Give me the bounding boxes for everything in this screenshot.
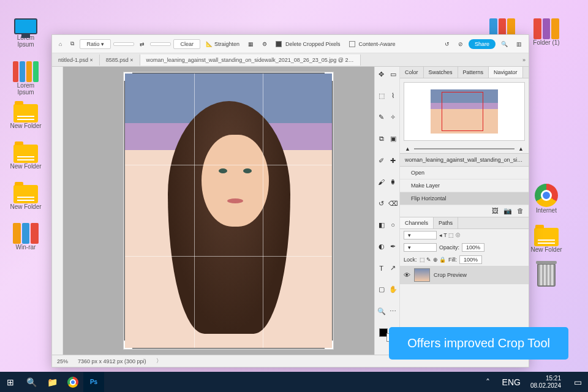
crop-handle-tl[interactable] [124, 72, 132, 81]
tab-doc-1[interactable]: ntitled-1.psd × [52, 55, 100, 66]
tool-gradient-icon[interactable]: ◧ [376, 220, 386, 230]
tool-frame-icon[interactable]: ▣ [388, 134, 398, 144]
tray-lang[interactable]: ENG [499, 372, 524, 392]
tool-heal-icon[interactable]: ✚ [388, 156, 398, 166]
desktop-icon-folder-2[interactable]: New Folder [9, 142, 43, 170]
layer-row[interactable]: 👁 Crop Preview [400, 266, 529, 284]
tray-clock[interactable]: 15:21 08.02.2024 [524, 375, 567, 390]
desktop-icon-folder-3[interactable]: New Folder [9, 183, 43, 210]
content-aware-checkbox[interactable]: Content-Aware [346, 39, 399, 49]
history-step-makelayer[interactable]: Make Layer [400, 179, 529, 192]
trash-icon[interactable]: 🗑 [517, 207, 524, 215]
desktop-icon-winrar[interactable]: Win-rar [9, 223, 43, 251]
crop-handle-bl[interactable] [124, 341, 132, 349]
tool-pen-icon[interactable]: ✒ [388, 241, 398, 252]
snapshot-icon[interactable]: 🖼 [492, 207, 499, 215]
tool-dodge-icon[interactable]: ◐ [376, 241, 386, 252]
clear-button[interactable]: Clear [173, 39, 200, 49]
tool-quicksel-icon[interactable]: ✎ [376, 112, 386, 123]
fill-input[interactable]: 100% [459, 255, 482, 264]
blend-mode-select[interactable]: ▾ [404, 231, 437, 239]
share-button[interactable]: Share [469, 39, 496, 49]
tool-hand-icon[interactable]: ✋ [388, 284, 398, 295]
desktop-icon-binders-2[interactable]: Folder (1) [529, 18, 564, 46]
tool-artboard-icon[interactable]: ▭ [388, 69, 398, 80]
tab-navigator[interactable]: Navigator [489, 67, 523, 78]
desktop: Lorem Ipsum Lorem Ipsum New Folder New F… [0, 0, 588, 392]
tool-shape-icon[interactable]: ▢ [376, 284, 386, 295]
panels: Color Swatches Patterns Navigator ▲▲ wom… [400, 67, 529, 355]
tool-zoom-icon[interactable]: 🔍 [376, 306, 386, 317]
tab-patterns[interactable]: Patterns [458, 67, 489, 78]
crop-handle-br[interactable] [325, 341, 333, 349]
status-dims: 7360 px x 4912 px (300 ppi) [78, 358, 146, 364]
lock-icons[interactable]: ⬚ ✎ ⊕ 🔒 [420, 257, 447, 263]
tool-lasso-icon[interactable]: ⌇ [388, 91, 398, 101]
history-step-flip[interactable]: Flip Horizontal [400, 192, 529, 205]
visibility-icon[interactable]: 👁 [404, 271, 410, 279]
tab-doc-3[interactable]: woman_leaning_against_wall_standing_on_s… [140, 55, 361, 66]
layer-kind-select[interactable]: ▾ [404, 243, 437, 252]
delete-pixels-checkbox[interactable]: Delete Cropped Pixels [273, 39, 344, 49]
tray-notifications-icon[interactable]: ▭ [567, 372, 588, 392]
reset-icon[interactable]: ↺ [442, 39, 453, 49]
tools-palette: ✥ ▭ ⬚ ⌇ ✎ ✧ ⧉ ▣ ✐ ✚ 🖌 ⧯ ↺ ⌫ ◧ ○ ◐ ✒ T ↗ [374, 67, 400, 355]
tab-swatches[interactable]: Swatches [424, 67, 458, 78]
tool-crop-icon[interactable]: ⧉ [376, 134, 386, 144]
tool-type-icon[interactable]: T [376, 263, 386, 273]
tool-eraser-icon[interactable]: ⌫ [388, 198, 398, 209]
ratio-h-input[interactable] [150, 42, 171, 46]
taskbar-chrome-icon[interactable]: .taskbar .chrome::after{inset:4px;border… [62, 372, 83, 392]
options-bar: ⌂ ⧉ Ratio ▾ ⇄ Clear 📐 Straighten ▦ ⚙ Del… [52, 35, 529, 53]
cancel-icon[interactable]: ⊘ [455, 39, 466, 49]
taskbar-ps-icon[interactable]: Ps [83, 372, 104, 392]
taskbar-search-icon[interactable]: 🔍 [21, 372, 42, 392]
tab-paths[interactable]: Paths [434, 217, 458, 228]
taskbar-explorer-icon[interactable]: 📁 [42, 372, 62, 392]
desktop-icon-binders[interactable]: Lorem Ipsum [9, 61, 43, 96]
tool-blur-icon[interactable]: ○ [388, 220, 398, 230]
swap-icon[interactable]: ⇄ [137, 39, 148, 49]
tool-brush-icon[interactable]: 🖌 [376, 177, 386, 187]
ratio-dropdown[interactable]: Ratio ▾ [80, 39, 111, 49]
tool-wand-icon[interactable]: ✧ [388, 112, 398, 123]
start-button[interactable]: ⊞ [0, 372, 21, 392]
desktop-icon-chrome[interactable]: Internet [529, 184, 564, 214]
history-step-open[interactable]: Open [400, 167, 529, 179]
tab-doc-2[interactable]: 8585.psd × [100, 55, 140, 66]
desktop-icon-trash[interactable] [529, 263, 564, 287]
ratio-w-input[interactable] [113, 42, 134, 46]
tool-marquee-icon[interactable]: ⬚ [376, 91, 386, 101]
tool-path-icon[interactable]: ↗ [388, 263, 398, 273]
tab-channels[interactable]: Channels [400, 217, 434, 228]
status-zoom[interactable]: 25% [57, 358, 68, 364]
tool-move-icon[interactable]: ✥ [376, 69, 386, 80]
layer-thumb [414, 268, 430, 282]
tab-overflow-icon[interactable]: » [519, 55, 529, 65]
desktop-icon-folder-r[interactable]: New Folder [529, 225, 564, 253]
navigator-zoom-slider[interactable]: ▲▲ [400, 145, 529, 153]
search-icon[interactable]: 🔍 [498, 39, 511, 49]
camera-icon[interactable]: 📷 [503, 207, 512, 215]
tray-chevron-icon[interactable]: ˄ [478, 372, 499, 392]
tab-color[interactable]: Color [400, 67, 424, 78]
tool-stamp-icon[interactable]: ⧯ [388, 177, 398, 187]
canvas-area[interactable] [63, 67, 374, 355]
crop-tool-icon[interactable]: ⧉ [67, 39, 77, 49]
straighten-button[interactable]: 📐 Straighten [203, 39, 243, 49]
tool-eyedrop-icon[interactable]: ✐ [376, 156, 386, 166]
home-icon[interactable]: ⌂ [56, 39, 65, 49]
desktop-icon-folder-1[interactable]: New Folder [9, 102, 43, 129]
opacity-input[interactable]: 100% [462, 243, 484, 252]
tool-history-icon[interactable]: ↺ [376, 198, 386, 209]
navigator-thumb[interactable] [404, 82, 525, 141]
left-gutter [52, 67, 63, 355]
grid-overlay-icon: ▦ [245, 39, 257, 49]
crop-bounding-box[interactable] [124, 73, 333, 349]
settings-gear-icon[interactable]: ⚙ [259, 39, 270, 49]
feature-callout: Offers improved Crop Tool [389, 327, 568, 360]
tool-more-icon[interactable]: ⋯ [388, 306, 398, 317]
crop-handle-tr[interactable] [325, 72, 333, 81]
workspace-icon[interactable]: ▥ [513, 39, 525, 49]
desktop-icon-thispc[interactable]: Lorem Ipsum [9, 18, 43, 48]
